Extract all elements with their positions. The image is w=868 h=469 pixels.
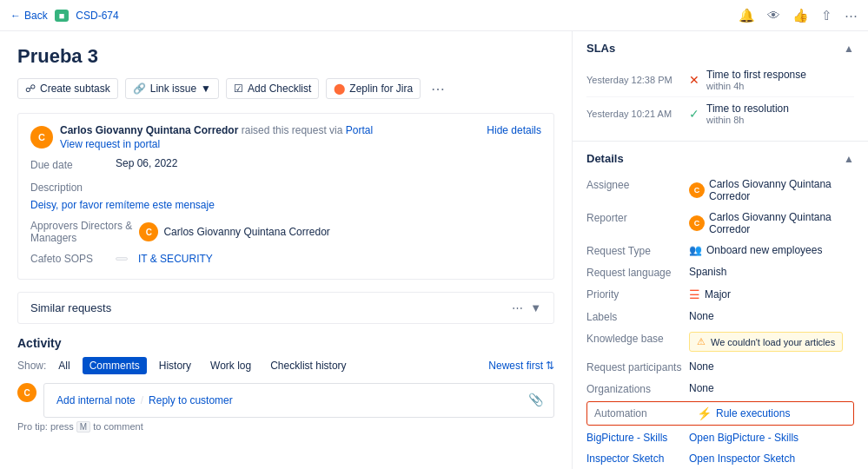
toolbar: ☍ Create subtask 🔗 Link issue ▼ ☑ Add Ch…: [17, 78, 554, 99]
tab-worklog[interactable]: Work log: [203, 357, 258, 374]
sla-row-2: Yesterday 10:21 AM ✓ Time to resolution …: [586, 97, 854, 130]
chevron-left-icon: ←: [10, 10, 21, 22]
tab-comments[interactable]: Comments: [83, 357, 147, 374]
create-subtask-button[interactable]: ☍ Create subtask: [17, 78, 118, 99]
tab-all[interactable]: All: [51, 357, 76, 374]
bell-icon[interactable]: 🔔: [739, 8, 755, 23]
reporter-label: Reporter: [586, 211, 682, 224]
avatar: C: [30, 126, 53, 149]
tab-checklist-history[interactable]: Checklist history: [263, 357, 353, 374]
more-icon[interactable]: ⋯: [845, 8, 858, 23]
slas-section: SLAs ▲ Yesterday 12:38 PM ✕ Time to firs…: [573, 31, 868, 142]
similar-requests-title: Similar requests: [30, 301, 111, 314]
pro-tip: Pro tip: press M to comment: [17, 421, 554, 432]
approver-avatar: C: [139, 222, 158, 241]
add-internal-note-button[interactable]: Add internal note: [55, 393, 137, 408]
hide-details-button[interactable]: Hide details: [487, 124, 541, 136]
request-language-row: Request language Spanish: [586, 261, 854, 283]
create-subtask-label: Create subtask: [40, 83, 110, 95]
request-type-text: Onboard new employees: [706, 244, 822, 256]
sla-limit-1: within 4h: [706, 81, 854, 91]
assignee-value: C Carlos Giovanny Quintana Corredor: [689, 178, 854, 202]
approver-name: Carlos Giovanny Quintana Corredor: [163, 226, 329, 238]
inspector-row: Inspector Sketch Open Inspector Sketch: [586, 448, 854, 469]
reporter-value: C Carlos Giovanny Quintana Corredor: [689, 211, 854, 235]
back-button[interactable]: ← Back: [10, 10, 48, 22]
automation-value[interactable]: ⚡ Rule executions: [697, 406, 790, 420]
sla-desc-1: Time to first response within 4h: [706, 69, 854, 91]
knowledge-base-row: Knowledge base ⚠ We couldn't load your a…: [586, 327, 854, 356]
sort-icon: ⇅: [546, 360, 554, 372]
sla-row-1: Yesterday 12:38 PM ✕ Time to first respo…: [586, 63, 854, 97]
priority-value: ☰ Major: [689, 287, 854, 301]
issue-key[interactable]: CSD-674: [76, 10, 118, 22]
organizations-row: Organizations None: [586, 378, 854, 400]
inspector-label: Inspector Sketch: [586, 452, 682, 465]
top-bar-right: 🔔 👁 👍 ⇧ ⋯: [739, 8, 858, 23]
link-issue-button[interactable]: 🔗 Link issue ▼: [125, 78, 219, 99]
sort-button[interactable]: Newest first ⇅: [488, 360, 554, 372]
reporter-avatar: C: [689, 215, 705, 231]
labels-value: None: [689, 310, 854, 322]
jira-badge: ■: [55, 10, 70, 22]
priority-label: Priority: [586, 287, 682, 301]
zeplin-icon: ⬤: [334, 83, 345, 95]
details-title: Details: [586, 152, 624, 165]
automation-row: Automation ⚡ Rule executions: [586, 401, 854, 426]
zeplin-button[interactable]: ⬤ Zeplin for Jira: [326, 78, 421, 99]
approvers-label: Approvers Directors &Managers: [30, 220, 132, 244]
request-participants-row: Request participants None: [586, 356, 854, 378]
top-bar: ← Back ■ CSD-674 🔔 👁 👍 ⇧ ⋯: [0, 0, 868, 31]
portal-link[interactable]: Portal: [346, 124, 373, 136]
due-date-row: Due date Sep 06, 2022: [30, 157, 541, 171]
main-container: Prueba 3 ☍ Create subtask 🔗 Link issue ▼…: [0, 31, 868, 469]
eye-icon[interactable]: 👁: [767, 8, 780, 23]
labels-label: Labels: [586, 310, 682, 323]
inspector-link[interactable]: Open Inspector Sketch: [689, 452, 795, 465]
description-row: Description Deisy, por favor remíteme es…: [30, 180, 541, 211]
priority-text: Major: [705, 288, 731, 301]
bigpicture-link[interactable]: Open BigPicture - Skills: [689, 432, 798, 444]
comment-area: C Add internal note / Reply to customer …: [17, 383, 554, 418]
due-date-value: Sep 06, 2022: [116, 157, 177, 169]
slas-collapse-button[interactable]: ▲: [844, 43, 854, 55]
organizations-label: Organizations: [586, 382, 682, 395]
slas-header: SLAs ▲: [586, 42, 854, 55]
request-info-box: C Carlos Giovanny Quintana Corredor rais…: [17, 113, 554, 280]
pro-tip-suffix: to comment: [93, 421, 142, 432]
thumbsup-icon[interactable]: 👍: [792, 8, 809, 23]
reporter-name: Carlos Giovanny Quintana Corredor: [709, 211, 854, 235]
automation-text: Rule executions: [716, 407, 790, 419]
request-type-value: 👥 Onboard new employees: [689, 244, 854, 256]
comment-box: Add internal note / Reply to customer 📎: [43, 383, 554, 418]
knowledge-base-warning: ⚠ We couldn't load your articles: [689, 332, 843, 352]
request-user: C Carlos Giovanny Quintana Corredor rais…: [30, 124, 373, 150]
subtask-icon: ☍: [25, 83, 36, 95]
details-collapse-button[interactable]: ▲: [844, 153, 854, 165]
cafeto-link[interactable]: IT & SECURITY: [138, 253, 213, 265]
reply-to-customer-button[interactable]: Reply to customer: [147, 393, 235, 408]
add-checklist-label: Add Checklist: [248, 83, 311, 95]
activity-section: Activity Show: All Comments History Work…: [17, 336, 554, 432]
request-language-value: Spanish: [689, 266, 854, 278]
view-portal-link[interactable]: View request in portal: [60, 138, 373, 150]
back-label: Back: [24, 10, 48, 22]
tab-history[interactable]: History: [152, 357, 198, 374]
details-header: Details ▲: [586, 152, 854, 165]
assignee-row: Assignee C Carlos Giovanny Quintana Corr…: [586, 174, 854, 207]
slas-title: SLAs: [586, 42, 615, 55]
add-checklist-button[interactable]: ☑ Add Checklist: [226, 78, 319, 99]
bigpicture-label: BigPicture - Skills: [586, 432, 682, 444]
request-language-text: Spanish: [689, 266, 726, 278]
share-icon[interactable]: ⇧: [821, 8, 832, 23]
similar-collapse-icon[interactable]: ▼: [530, 301, 541, 314]
cafeto-row: Cafeto SOPS IT & SECURITY: [30, 253, 541, 265]
priority-row: Priority ☰ Major: [586, 283, 854, 306]
attach-icon[interactable]: 📎: [528, 393, 543, 406]
comment-actions: Add internal note / Reply to customer: [55, 393, 521, 408]
toolbar-more-button[interactable]: ⋯: [427, 81, 448, 97]
comment-separator: /: [141, 394, 143, 406]
link-issue-label: Link issue: [150, 83, 196, 95]
sla-status-check-icon: ✓: [689, 107, 699, 121]
similar-more-icon[interactable]: ⋯: [512, 301, 523, 314]
